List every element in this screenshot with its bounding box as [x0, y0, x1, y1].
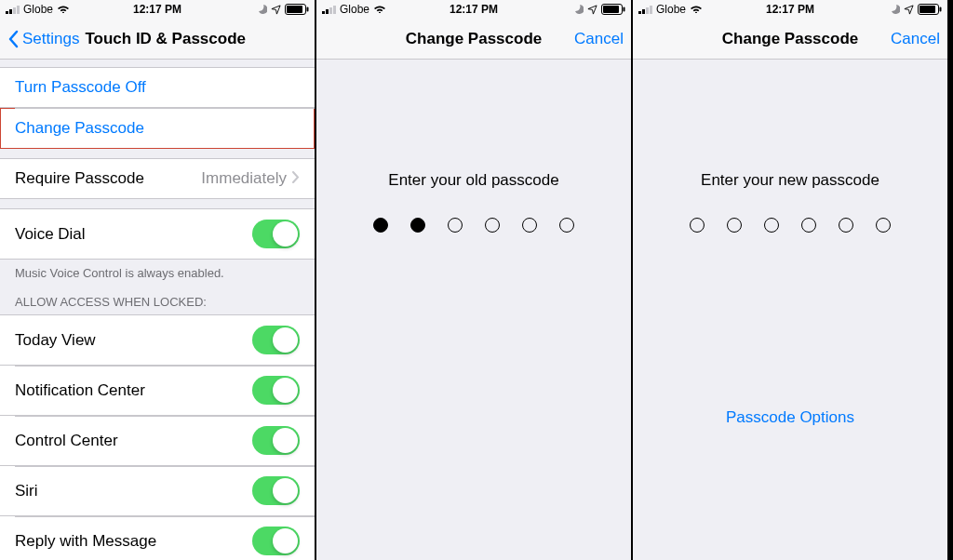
nav-bar: Change Passcode Cancel — [316, 19, 631, 60]
signal-icon — [6, 5, 20, 14]
nav-title: Change Passcode — [722, 30, 858, 48]
passcode-content: Enter your new passcode Passcode Options — [633, 60, 947, 560]
change-passcode-cell[interactable]: Change Passcode — [0, 108, 315, 149]
phone-screen-new-passcode: Globe 12:17 PM Change Passcode Cancel En… — [633, 0, 949, 560]
passcode-dot — [876, 218, 891, 233]
voice-dial-footer: Music Voice Control is always enabled. — [0, 260, 315, 280]
settings-content: Turn Passcode Off Change Passcode Requir… — [0, 60, 315, 560]
control-center-toggle[interactable] — [252, 426, 300, 455]
cell-label: Voice Dial — [15, 225, 252, 244]
nav-title: Change Passcode — [406, 30, 542, 48]
passcode-dots[interactable] — [690, 218, 891, 233]
status-time: 12:17 PM — [133, 3, 181, 16]
cell-label: Reply with Message — [15, 532, 252, 551]
require-passcode-cell[interactable]: Require Passcode Immediately — [0, 158, 315, 199]
reply-message-cell: Reply with Message — [0, 516, 315, 560]
allow-access-header: ALLOW ACCESS WHEN LOCKED: — [0, 280, 315, 314]
status-time: 12:17 PM — [766, 3, 814, 16]
carrier-label: Globe — [23, 3, 53, 16]
carrier-label: Globe — [656, 3, 686, 16]
location-icon — [587, 5, 597, 15]
chevron-right-icon — [292, 169, 300, 188]
passcode-dot — [839, 218, 853, 233]
passcode-dot — [485, 218, 500, 233]
wifi-icon — [57, 3, 70, 16]
cell-value: Immediately — [201, 169, 287, 188]
passcode-dot — [764, 218, 779, 233]
wifi-icon — [690, 3, 703, 16]
svg-rect-5 — [624, 7, 625, 12]
cell-label: Today View — [15, 331, 252, 350]
dnd-moon-icon — [256, 4, 267, 15]
today-view-toggle[interactable] — [252, 326, 300, 354]
svg-rect-4 — [603, 6, 619, 13]
status-time: 12:17 PM — [450, 3, 498, 16]
cancel-button[interactable]: Cancel — [574, 30, 624, 48]
siri-toggle[interactable] — [252, 476, 300, 505]
dnd-moon-icon — [889, 4, 900, 15]
svg-rect-7 — [919, 6, 935, 13]
status-bar: Globe 12:17 PM — [316, 0, 631, 19]
location-icon — [904, 5, 914, 15]
passcode-dot — [373, 218, 388, 233]
status-bar: Globe 12:17 PM — [0, 0, 315, 19]
passcode-pane: Enter your new passcode — [633, 60, 947, 233]
passcode-dots[interactable] — [373, 218, 574, 233]
nav-bar: Change Passcode Cancel — [633, 19, 947, 60]
today-view-cell: Today View — [0, 314, 315, 366]
passcode-dot — [690, 218, 705, 233]
carrier-label: Globe — [340, 3, 369, 16]
cancel-button[interactable]: Cancel — [891, 30, 940, 48]
notification-center-cell: Notification Center — [0, 366, 315, 416]
nav-back-label: Settings — [22, 30, 79, 48]
passcode-dot — [522, 218, 537, 233]
reply-message-toggle[interactable] — [252, 527, 300, 555]
voice-dial-cell: Voice Dial — [0, 208, 315, 260]
svg-rect-8 — [940, 7, 942, 12]
passcode-content: Enter your old passcode — [316, 60, 631, 560]
notification-center-toggle[interactable] — [252, 376, 300, 405]
signal-icon — [638, 5, 652, 14]
cell-label: Change Passcode — [15, 119, 144, 138]
location-icon — [271, 5, 281, 15]
cell-label: Require Passcode — [15, 169, 201, 188]
cell-label: Turn Passcode Off — [15, 78, 146, 97]
turn-passcode-off-cell[interactable]: Turn Passcode Off — [0, 67, 315, 108]
passcode-options-button[interactable]: Passcode Options — [726, 408, 854, 427]
svg-rect-1 — [287, 6, 302, 13]
nav-back-button[interactable]: Settings — [7, 30, 79, 48]
passcode-dot — [410, 218, 425, 233]
passcode-prompt: Enter your new passcode — [701, 171, 879, 190]
battery-icon — [285, 4, 309, 15]
status-bar: Globe 12:17 PM — [633, 0, 947, 19]
passcode-dot — [448, 218, 463, 233]
control-center-cell: Control Center — [0, 416, 315, 466]
passcode-dot — [801, 218, 816, 233]
battery-icon — [601, 4, 625, 15]
cell-label: Notification Center — [15, 381, 252, 400]
passcode-prompt: Enter your old passcode — [388, 171, 558, 190]
voice-dial-toggle[interactable] — [252, 220, 300, 248]
passcode-dot — [727, 218, 742, 233]
phone-screen-settings: Globe 12:17 PM Settings Touch ID & Passc… — [0, 0, 316, 560]
cell-label: Siri — [15, 482, 252, 500]
signal-icon — [322, 5, 336, 14]
phone-screen-old-passcode: Globe 12:17 PM Change Passcode Cancel En… — [316, 0, 633, 560]
svg-rect-2 — [307, 7, 309, 12]
cell-label: Control Center — [15, 432, 252, 450]
nav-title: Touch ID & Passcode — [85, 30, 246, 48]
passcode-dot — [559, 218, 574, 233]
battery-icon — [918, 4, 942, 15]
nav-bar: Settings Touch ID & Passcode — [0, 19, 315, 60]
wifi-icon — [373, 3, 386, 16]
siri-cell: Siri — [0, 466, 315, 516]
passcode-pane: Enter your old passcode — [316, 60, 631, 233]
dnd-moon-icon — [572, 4, 584, 15]
